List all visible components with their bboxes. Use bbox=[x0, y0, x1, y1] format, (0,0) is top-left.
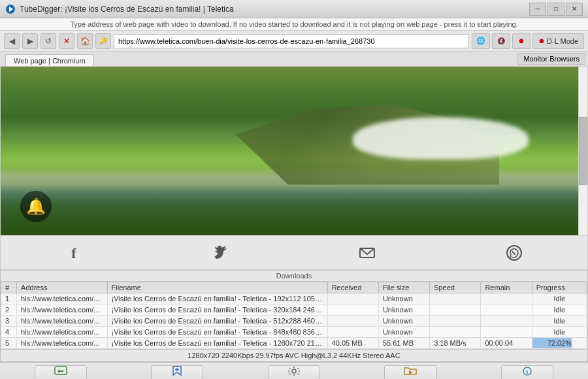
row-filesize: 55.61 MB bbox=[378, 338, 429, 349]
row-num: 2 bbox=[1, 305, 17, 316]
title-bar: TubeDigger: ¡Visite los Cerros de Escazú… bbox=[0, 0, 588, 18]
col-header-num: # bbox=[1, 282, 17, 293]
col-header-received: Received bbox=[327, 282, 378, 293]
table-row[interactable]: 1 hls://www.teletica.com/... ¡Visite los… bbox=[1, 293, 587, 305]
row-remain bbox=[481, 316, 532, 327]
table-row[interactable]: 3 hls://www.teletica.com/... ¡Visite los… bbox=[1, 316, 587, 327]
convert-icon bbox=[54, 366, 67, 379]
bottom-toolbar: Convert Bookmarks Settings Video fo bbox=[0, 362, 588, 379]
row-filename: ¡Visite los Cerros de Escazú en familia!… bbox=[107, 338, 327, 349]
table-row[interactable]: 4 hls://www.teletica.com/... ¡Visite los… bbox=[1, 327, 587, 338]
row-filename: ¡Visite los Cerros de Escazú en familia!… bbox=[107, 305, 327, 316]
row-progress: 72.02% bbox=[532, 338, 587, 349]
email-icon[interactable] bbox=[355, 241, 379, 265]
progress-text: 72.02% bbox=[547, 339, 572, 347]
browser-content: 🔔 bbox=[0, 66, 588, 236]
row-progress: Idle bbox=[532, 293, 587, 305]
settings-icon bbox=[287, 366, 301, 379]
progress-text: Idle bbox=[553, 295, 565, 303]
row-remain: 00:00:04 bbox=[481, 338, 532, 349]
info-bar: 1280x720 2240Kbps 29.97fps AVC High@L3.2… bbox=[0, 350, 588, 362]
settings-button[interactable]: Settings bbox=[268, 365, 320, 380]
convert-button[interactable]: Convert bbox=[35, 365, 87, 380]
about-icon: i bbox=[521, 366, 534, 379]
whatsapp-icon[interactable] bbox=[502, 241, 526, 265]
row-speed bbox=[430, 305, 481, 316]
row-filesize: Unknown bbox=[378, 305, 429, 316]
scrollbar-thumb[interactable] bbox=[579, 117, 587, 184]
row-filesize: Unknown bbox=[378, 316, 429, 327]
col-header-speed: Speed bbox=[430, 282, 481, 293]
col-header-remain: Remain bbox=[481, 282, 532, 293]
record-button[interactable]: ⏺ bbox=[512, 33, 531, 49]
app-icon bbox=[5, 4, 16, 14]
browser-scrollbar[interactable] bbox=[578, 67, 587, 235]
monitor-browsers-button[interactable]: Monitor Browsers bbox=[517, 53, 585, 65]
home-button[interactable]: 🏠 bbox=[77, 33, 93, 49]
row-received bbox=[327, 305, 378, 316]
row-num: 3 bbox=[1, 316, 17, 327]
back-button[interactable]: ◀ bbox=[4, 33, 20, 49]
table-row[interactable]: 2 hls://www.teletica.com/... ¡Visite los… bbox=[1, 305, 587, 316]
row-remain bbox=[481, 305, 532, 316]
nav-bar: ◀ ▶ ↺ ✕ 🏠 🔑 🌐 🔇 ⏺ ⏺ D-L Mode bbox=[0, 31, 588, 52]
key-button[interactable]: 🔑 bbox=[95, 33, 111, 49]
foliage-overlay bbox=[1, 159, 578, 235]
progress-text: Idle bbox=[553, 328, 565, 336]
downloads-section: Downloads # Address Filename Received Fi… bbox=[0, 270, 588, 350]
dl-mode-button[interactable]: ⏺ D-L Mode bbox=[532, 33, 584, 49]
row-address: hls://www.teletica.com/... bbox=[17, 327, 107, 338]
row-filesize: Unknown bbox=[378, 293, 429, 305]
row-received: 40.05 MB bbox=[327, 338, 378, 349]
video-folder-button[interactable]: Video folder bbox=[384, 365, 437, 380]
row-address: hls://www.teletica.com/... bbox=[17, 305, 107, 316]
video-folder-icon bbox=[404, 366, 417, 379]
notification-bell-icon: 🔔 bbox=[20, 191, 52, 222]
table-row[interactable]: 5 hls://www.teletica.com/... ¡Visite los… bbox=[1, 338, 587, 349]
row-address: hls://www.teletica.com/... bbox=[17, 338, 107, 349]
maximize-button[interactable]: □ bbox=[547, 3, 564, 16]
facebook-icon[interactable]: f bbox=[62, 241, 86, 265]
row-received bbox=[327, 327, 378, 338]
bookmarks-icon bbox=[171, 366, 184, 379]
row-num: 5 bbox=[1, 338, 17, 349]
row-filesize: Unknown bbox=[378, 327, 429, 338]
url-input[interactable] bbox=[114, 34, 469, 48]
twitter-icon[interactable] bbox=[209, 241, 233, 265]
browser-tab[interactable]: Web page | Chromium bbox=[5, 54, 94, 67]
row-speed bbox=[430, 293, 481, 305]
row-progress: Idle bbox=[532, 327, 587, 338]
window-controls: ─ □ ✕ bbox=[529, 3, 583, 16]
row-address: hls://www.teletica.com/... bbox=[17, 293, 107, 305]
tab-area: Web page | Chromium Monitor Browsers bbox=[0, 52, 588, 66]
social-row: f bbox=[0, 236, 588, 270]
svg-marker-11 bbox=[409, 371, 413, 374]
row-received bbox=[327, 316, 378, 327]
row-remain bbox=[481, 293, 532, 305]
downloads-header: Downloads bbox=[1, 271, 587, 282]
col-header-address: Address bbox=[17, 282, 107, 293]
minimize-button[interactable]: ─ bbox=[529, 3, 546, 16]
row-address: hls://www.teletica.com/... bbox=[17, 316, 107, 327]
bookmarks-button[interactable]: Bookmarks bbox=[151, 365, 203, 380]
cloud-overlay bbox=[353, 117, 529, 159]
col-header-progress: Progress bbox=[532, 282, 587, 293]
window-title: TubeDigger: ¡Visite los Cerros de Escazú… bbox=[20, 5, 234, 14]
mute-button[interactable]: 🔇 bbox=[492, 33, 510, 49]
row-progress: Idle bbox=[532, 305, 587, 316]
about-button[interactable]: i About bbox=[501, 365, 553, 380]
refresh-button[interactable]: ↺ bbox=[41, 33, 56, 49]
stop-button[interactable]: ✕ bbox=[59, 33, 74, 49]
toolbar-hint: Type address of web page with video to d… bbox=[0, 18, 588, 31]
row-remain bbox=[481, 327, 532, 338]
row-num: 1 bbox=[1, 293, 17, 305]
row-filename: ¡Visite los Cerros de Escazú en familia!… bbox=[107, 316, 327, 327]
forward-button[interactable]: ▶ bbox=[22, 33, 38, 49]
progress-text: Idle bbox=[553, 317, 565, 325]
row-progress: Idle bbox=[532, 316, 587, 327]
row-filename: ¡Visite los Cerros de Escazú en familia!… bbox=[107, 293, 327, 305]
globe-button[interactable]: 🌐 bbox=[472, 33, 490, 49]
col-header-filename: Filename bbox=[107, 282, 327, 293]
close-button[interactable]: ✕ bbox=[566, 3, 583, 16]
col-header-filesize: File size bbox=[378, 282, 429, 293]
